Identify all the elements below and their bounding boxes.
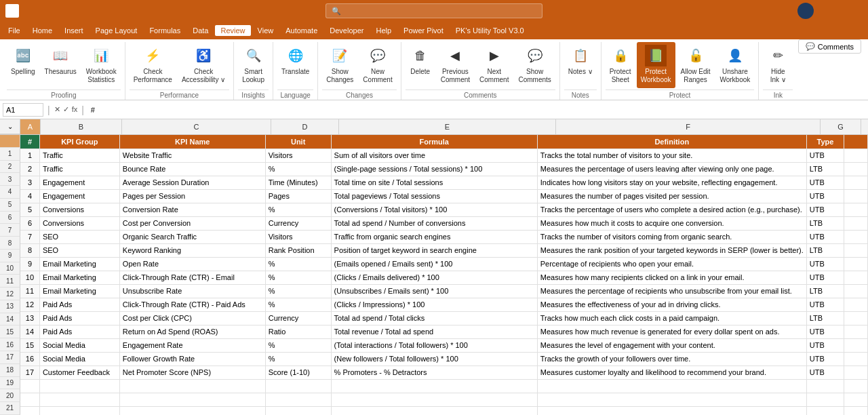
cell[interactable]: Currency xyxy=(265,216,331,230)
col-header-E[interactable]: E xyxy=(339,119,556,134)
cell[interactable]: UTB xyxy=(806,298,844,311)
cell[interactable]: Measures the effectiveness of your ad in… xyxy=(537,298,806,311)
cell[interactable] xyxy=(844,325,868,338)
row-num-8[interactable]: 8 xyxy=(0,237,20,250)
cell[interactable] xyxy=(844,257,868,271)
cell[interactable]: 17 xyxy=(20,365,39,379)
cell[interactable]: Cost per Click (CPC) xyxy=(119,311,265,325)
empty-cell[interactable] xyxy=(537,393,806,406)
empty-cell[interactable] xyxy=(806,406,844,415)
row-num-7[interactable]: 7 xyxy=(0,224,20,237)
cancel-icon[interactable]: ✕ xyxy=(54,105,60,114)
cell[interactable]: 1 xyxy=(20,149,39,162)
cell[interactable]: UTB xyxy=(806,176,844,189)
cell[interactable]: 13 xyxy=(20,311,39,325)
cell[interactable]: Organic Search Traffic xyxy=(119,230,265,243)
cell[interactable] xyxy=(844,203,868,216)
cell[interactable]: % xyxy=(265,352,331,365)
menu-item-review[interactable]: Review xyxy=(215,25,250,36)
menu-item-home[interactable]: Home xyxy=(27,25,58,36)
cell[interactable]: Engagement Rate xyxy=(119,338,265,352)
empty-cell[interactable] xyxy=(806,379,844,393)
cell[interactable]: Email Marketing xyxy=(39,257,119,271)
cell[interactable]: Website Traffic xyxy=(119,149,265,162)
cell[interactable] xyxy=(844,230,868,243)
cell[interactable]: Keyword Ranking xyxy=(119,243,265,257)
comments-button[interactable]: 💬 Comments xyxy=(798,39,861,54)
empty-cell[interactable] xyxy=(265,393,331,406)
menu-item-formulas[interactable]: Formulas xyxy=(144,25,186,36)
row-num-14[interactable]: 14 xyxy=(0,313,20,326)
cell[interactable]: (Total interactions / Total followers) *… xyxy=(331,338,537,352)
empty-cell[interactable] xyxy=(39,393,119,406)
cell[interactable]: Return on Ad Spend (ROAS) xyxy=(119,325,265,338)
cell[interactable]: Traffic xyxy=(39,149,119,162)
empty-cell[interactable] xyxy=(20,393,39,406)
cell[interactable]: Open Rate xyxy=(119,257,265,271)
cell[interactable]: Total revenue / Total ad spend xyxy=(331,325,537,338)
cell[interactable]: Rank Position xyxy=(265,243,331,257)
col-header-F[interactable]: F xyxy=(556,119,821,134)
cell[interactable]: Conversions xyxy=(39,216,119,230)
header-cell-Formula[interactable]: Formula xyxy=(331,135,537,149)
row-num-3[interactable]: 3 xyxy=(0,173,20,186)
header-cell-KPI Group[interactable]: KPI Group xyxy=(39,135,119,149)
cell[interactable]: SEO xyxy=(39,243,119,257)
cell[interactable]: Follower Growth Rate xyxy=(119,352,265,365)
new-comment-button[interactable]: 💬New Comment xyxy=(359,42,396,88)
hide-ink-button[interactable]: ✏Hide Ink ∨ xyxy=(763,42,793,88)
cell[interactable] xyxy=(844,189,868,203)
cell[interactable]: % xyxy=(265,257,331,271)
cell[interactable]: LTB xyxy=(806,216,844,230)
cell[interactable]: 3 xyxy=(20,176,39,189)
cell[interactable]: Total pageviews / Total sessions xyxy=(331,189,537,203)
cell[interactable]: Visitors xyxy=(265,149,331,162)
empty-cell[interactable] xyxy=(20,379,39,393)
empty-cell[interactable] xyxy=(331,379,537,393)
cell[interactable]: Sum of all visitors over time xyxy=(331,149,537,162)
cell[interactable]: SEO xyxy=(39,230,119,243)
cell[interactable]: 9 xyxy=(20,257,39,271)
notes-button[interactable]: 📋Notes ∨ xyxy=(564,42,597,88)
empty-cell[interactable] xyxy=(844,393,868,406)
cell[interactable]: % xyxy=(265,284,331,298)
cell[interactable] xyxy=(844,338,868,352)
menu-item-help[interactable]: Help xyxy=(370,25,397,36)
cell[interactable] xyxy=(844,365,868,379)
cell[interactable]: Time (Minutes) xyxy=(265,176,331,189)
row-num-13[interactable]: 13 xyxy=(0,300,20,313)
cell[interactable]: Paid Ads xyxy=(39,311,119,325)
row-num-11[interactable]: 11 xyxy=(0,275,20,288)
cell[interactable]: UTB xyxy=(806,230,844,243)
cell[interactable]: UTB xyxy=(806,365,844,379)
menu-item-data[interactable]: Data xyxy=(187,25,214,36)
thesaurus-button[interactable]: 📖Thesaurus xyxy=(41,42,81,88)
menu-item-developer[interactable]: Developer xyxy=(324,25,369,36)
cell[interactable]: Cost per Conversion xyxy=(119,216,265,230)
menu-item-page-layout[interactable]: Page Layout xyxy=(90,25,143,36)
smart-lookup-button[interactable]: 🔍Smart Lookup xyxy=(238,42,269,88)
cell[interactable]: (Emails opened / Emails sent) * 100 xyxy=(331,257,537,271)
cell[interactable]: Score (1-10) xyxy=(265,365,331,379)
confirm-icon[interactable]: ✓ xyxy=(63,105,69,114)
cell[interactable]: 7 xyxy=(20,230,39,243)
cell[interactable]: Percentage of recipients who open your e… xyxy=(537,257,806,271)
col-header-D[interactable]: D xyxy=(271,119,339,134)
cell[interactable] xyxy=(844,298,868,311)
cell[interactable]: Conversion Rate xyxy=(119,203,265,216)
cell[interactable]: Measures how much it costs to acquire on… xyxy=(537,216,806,230)
col-header-G[interactable]: G xyxy=(821,119,861,134)
allow-edit-ranges-button[interactable]: 🔓Allow Edit Ranges xyxy=(677,42,715,88)
unshare-workbook-button[interactable]: 👤Unshare Workbook xyxy=(715,42,754,88)
cell[interactable]: LTB xyxy=(806,311,844,325)
cell[interactable]: Email Marketing xyxy=(39,284,119,298)
row-num-4[interactable]: 4 xyxy=(0,186,20,199)
row-num-header[interactable] xyxy=(0,135,20,148)
cell[interactable]: Email Marketing xyxy=(39,271,119,284)
cell[interactable] xyxy=(844,176,868,189)
header-cell-Type[interactable]: Type xyxy=(806,135,844,149)
empty-cell[interactable] xyxy=(20,406,39,415)
empty-cell[interactable] xyxy=(39,379,119,393)
cell[interactable]: Indicates how long visitors stay on your… xyxy=(537,176,806,189)
cell[interactable]: Measures the rank position of your targe… xyxy=(537,243,806,257)
